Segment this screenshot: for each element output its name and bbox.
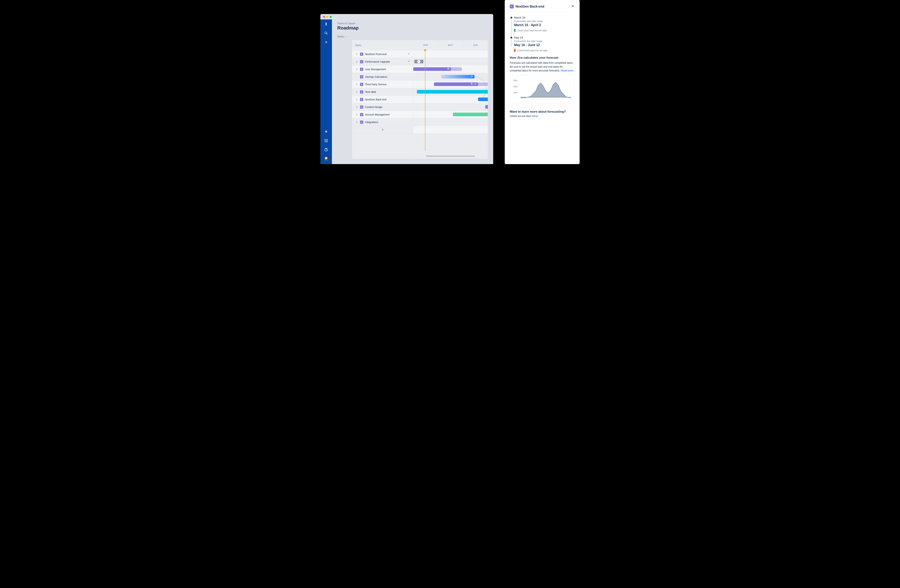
- bar-third-party-service-solid[interactable]: [434, 82, 478, 86]
- window-titlebar: [320, 14, 493, 19]
- svg-point-11: [326, 150, 326, 151]
- timeline-row: [413, 126, 488, 133]
- search-icon[interactable]: [324, 31, 328, 35]
- expand-chevron-icon[interactable]: [355, 105, 358, 108]
- epic-chip-icon: [360, 90, 363, 94]
- svg-rect-13: [447, 68, 448, 69]
- status-filter-label: Status: [337, 35, 344, 38]
- forecast-start-node: March 26 Forecasted start date range Mar…: [514, 16, 574, 32]
- status-pill-red: [514, 49, 515, 52]
- expand-chevron-icon[interactable]: [355, 83, 358, 86]
- epic-row[interactable]: Integrations: [352, 118, 413, 126]
- epic-row[interactable]: Tech debt: [352, 88, 413, 96]
- learn-more-heading: Want to learn more about forecasting?: [510, 110, 574, 113]
- how-forecast-body: Forecasts are calculated with data from …: [510, 61, 574, 73]
- read-more-link[interactable]: Read more.: [561, 69, 574, 72]
- expand-chevron-icon[interactable]: [355, 60, 358, 63]
- plus-icon: [381, 128, 384, 132]
- notifications-icon[interactable]: [324, 130, 328, 134]
- svg-rect-15: [471, 83, 472, 84]
- expand-chevron-icon[interactable]: [355, 121, 358, 124]
- spacer-row: [352, 133, 413, 141]
- svg-rect-12: [448, 68, 449, 70]
- forecast-due-node: May 24 Forecasted due date range May 16 …: [514, 36, 574, 52]
- epics-column: Epics NextGen Front-endPerformance Upgra…: [352, 40, 413, 159]
- how-forecast-heading: How Jira calculates your forecast: [510, 56, 574, 60]
- epic-row[interactable]: Savings Calculators: [352, 73, 413, 80]
- expand-chevron-icon[interactable]: [355, 68, 358, 71]
- app-window: Teams in Space Roadmap Status Epics Next…: [320, 14, 493, 164]
- epic-row[interactable]: NextGen Back-end: [352, 96, 413, 103]
- epic-label: Performance Upgrade: [365, 60, 405, 63]
- learn-body-text: Check out our docs: [510, 115, 532, 118]
- epic-label: NextGen Front-end: [365, 53, 405, 56]
- epic-row[interactable]: Performance Upgrade: [352, 58, 413, 65]
- timeline-row: [413, 50, 488, 58]
- epic-row[interactable]: Third Party Service: [352, 80, 413, 88]
- epic-row[interactable]: User Management: [352, 65, 413, 73]
- expand-chevron-icon[interactable]: [355, 113, 358, 116]
- bar-performance-upgrade[interactable]: [414, 60, 424, 63]
- add-epic-button[interactable]: [352, 126, 413, 133]
- copy-icon: [447, 68, 450, 71]
- epic-detail-panel: NextGen Back-end March 26 Forecasted sta…: [505, 0, 580, 164]
- bar-user-management-solid[interactable]: [413, 67, 451, 71]
- horizontal-scrollbar[interactable]: [426, 155, 475, 157]
- epic-label: Content Design: [365, 105, 411, 108]
- epic-chip-icon: [360, 121, 363, 124]
- ytick-50: 50%: [514, 85, 517, 88]
- bar-account-management[interactable]: [453, 113, 488, 116]
- jira-logo-icon[interactable]: [324, 22, 328, 26]
- window-maximize-icon[interactable]: [330, 16, 332, 18]
- ytick-80: 80%: [514, 79, 517, 82]
- breadcrumb[interactable]: Teams in Space: [337, 22, 488, 25]
- bar-savings-calculators[interactable]: [441, 75, 475, 79]
- page-header: Teams in Space Roadmap: [332, 19, 493, 32]
- roadmap-board: Epics NextGen Front-endPerformance Upgra…: [352, 40, 488, 159]
- bar-tech-debt[interactable]: [417, 90, 488, 94]
- epic-label: Integrations: [365, 121, 411, 124]
- bar-user-management-forecast[interactable]: [451, 67, 462, 71]
- epic-label: Savings Calculators: [365, 75, 411, 78]
- expand-chevron-icon[interactable]: [355, 53, 358, 56]
- create-icon[interactable]: [324, 40, 328, 44]
- user-avatar[interactable]: [324, 156, 329, 161]
- status-filter[interactable]: Status: [337, 35, 348, 38]
- link-icon: [474, 83, 476, 86]
- epic-chip-icon: [360, 60, 363, 63]
- svg-rect-7: [325, 142, 326, 142]
- epic-chip-icon: [360, 113, 363, 116]
- epic-label: Account Management: [365, 113, 411, 116]
- epics-header: Epics: [352, 40, 413, 50]
- window-close-icon[interactable]: [323, 16, 325, 18]
- month-may: MAY: [438, 40, 463, 50]
- svg-rect-5: [326, 140, 326, 141]
- expand-chevron-icon[interactable]: [355, 98, 358, 101]
- epic-chip-icon: [360, 105, 363, 109]
- svg-rect-9: [327, 142, 328, 142]
- epic-chip-icon: [360, 83, 363, 86]
- month-apr: APR: [413, 40, 438, 50]
- epic-row[interactable]: Account Management: [352, 111, 413, 118]
- expand-chevron-icon[interactable]: [355, 90, 358, 93]
- epic-row[interactable]: Content Design: [352, 103, 413, 111]
- epic-chip-icon: [510, 5, 514, 8]
- docs-link[interactable]: here!: [532, 115, 538, 118]
- svg-rect-14: [472, 84, 473, 85]
- window-minimize-icon[interactable]: [326, 16, 328, 18]
- distribution-svg: [521, 79, 571, 100]
- epic-row[interactable]: NextGen Front-end: [352, 50, 413, 58]
- start-sub: Forecasted start date range: [514, 20, 574, 23]
- timeline[interactable]: APR MAY JUN: [413, 40, 488, 159]
- bar-nextgen-backend[interactable]: [478, 97, 488, 101]
- svg-rect-8: [326, 142, 326, 142]
- bar-content-design-solid[interactable]: [485, 105, 488, 109]
- help-icon[interactable]: [324, 147, 328, 152]
- app-switcher-icon[interactable]: [324, 139, 328, 143]
- svg-rect-2: [326, 139, 326, 140]
- panel-title: NextGen Back-end: [515, 5, 569, 8]
- close-panel-button[interactable]: [571, 4, 574, 9]
- svg-rect-4: [325, 140, 326, 141]
- due-range: May 16 - June 12: [514, 43, 574, 47]
- bar-third-party-service-forecast[interactable]: [478, 82, 488, 86]
